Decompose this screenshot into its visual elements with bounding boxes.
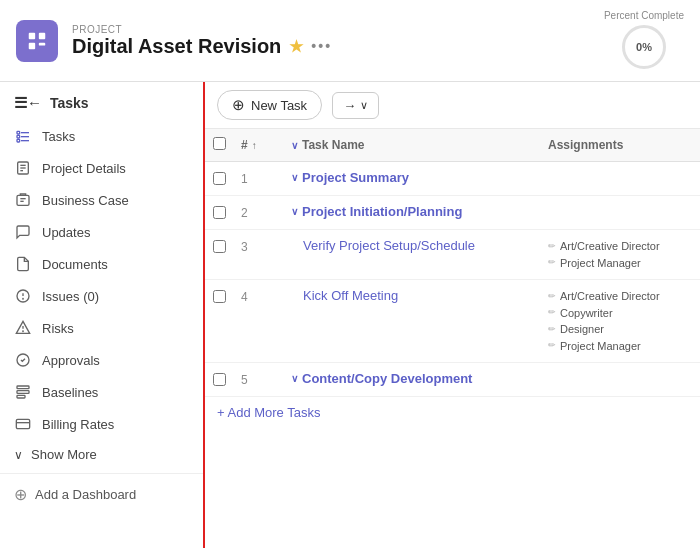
row2-assignments [540, 200, 700, 208]
th-task-name[interactable]: ∨ Task Name [283, 136, 540, 154]
row1-chevron: ∨ [291, 172, 298, 183]
percent-value: 0% [622, 25, 666, 69]
row4-task-name[interactable]: Kick Off Meeting [283, 284, 540, 307]
assignment-item: ✏ Copywriter [548, 305, 692, 322]
export-chevron: ∨ [360, 99, 368, 112]
assign-icon: ✏ [548, 339, 556, 353]
sidebar-item-billing-rates[interactable]: Billing Rates [0, 408, 203, 440]
sidebar-item-approvals[interactable]: Approvals [0, 344, 203, 376]
row5-name: Content/Copy Development [302, 371, 472, 386]
svg-point-22 [23, 331, 24, 332]
row3-check[interactable] [213, 240, 226, 253]
content-area: ⊕ New Task → ∨ # ↑ ∨ Task Nam [205, 82, 700, 548]
assign-name: Copywriter [560, 305, 613, 322]
table-row: 3 Verify Project Setup/Schedule ✏ Art/Cr… [205, 230, 700, 280]
assign-name: Art/Creative Director [560, 288, 660, 305]
baselines-label: Baselines [42, 385, 98, 400]
table-header: # ↑ ∨ Task Name Assignments [205, 129, 700, 162]
th-number-text: # [241, 138, 248, 152]
add-dashboard[interactable]: ⊕ Add a Dashboard [0, 478, 203, 511]
sidebar-item-business-case[interactable]: Business Case [0, 184, 203, 216]
business-case-label: Business Case [42, 193, 129, 208]
assign-icon: ✏ [548, 290, 556, 304]
th-checkbox [205, 135, 233, 155]
svg-rect-14 [17, 195, 29, 205]
main-layout: ☰← Tasks Tasks Project Details Business … [0, 82, 700, 548]
project-label: PROJECT [72, 24, 590, 35]
export-icon: → [343, 98, 356, 113]
row4-name: Kick Off Meeting [303, 288, 398, 303]
row2-chevron: ∨ [291, 206, 298, 217]
baselines-icon [14, 383, 32, 401]
add-more-tasks[interactable]: + Add More Tasks [205, 397, 700, 428]
row2-checkbox[interactable] [205, 200, 233, 223]
documents-icon [14, 255, 32, 273]
sidebar: ☰← Tasks Tasks Project Details Business … [0, 82, 205, 548]
documents-label: Documents [42, 257, 108, 272]
issues-icon [14, 287, 32, 305]
table-row: 1 ∨ Project Summary [205, 162, 700, 196]
row1-checkbox[interactable] [205, 166, 233, 189]
assign-icon: ✏ [548, 306, 556, 320]
row2-task-name[interactable]: ∨ Project Initiation/Planning [283, 200, 540, 223]
row1-check[interactable] [213, 172, 226, 185]
sidebar-item-risks[interactable]: Risks [0, 312, 203, 344]
row5-checkbox[interactable] [205, 367, 233, 390]
row4-checkbox[interactable] [205, 284, 233, 307]
row1-name: Project Summary [302, 170, 409, 185]
project-title: Digital Asset Revision ★ ••• [72, 35, 590, 58]
row3-assignments: ✏ Art/Creative Director ✏ Project Manage… [540, 234, 700, 275]
svg-rect-26 [17, 395, 25, 398]
sidebar-header-label: Tasks [50, 95, 89, 111]
sidebar-back-icon[interactable]: ☰← [14, 94, 42, 112]
sidebar-item-updates[interactable]: Updates [0, 216, 203, 248]
assignment-item: ✏ Art/Creative Director [548, 288, 692, 305]
row2-check[interactable] [213, 206, 226, 219]
sidebar-item-tasks[interactable]: Tasks [0, 120, 203, 152]
sidebar-item-issues[interactable]: Issues (0) [0, 280, 203, 312]
sidebar-item-documents[interactable]: Documents [0, 248, 203, 280]
th-number[interactable]: # ↑ [233, 136, 283, 154]
table-row: 4 Kick Off Meeting ✏ Art/Creative Direct… [205, 280, 700, 363]
th-assignments-text: Assignments [548, 138, 623, 152]
plus-circle-icon: ⊕ [232, 96, 245, 114]
assign-name: Art/Creative Director [560, 238, 660, 255]
new-task-button[interactable]: ⊕ New Task [217, 90, 322, 120]
sort-icon: ↑ [252, 140, 257, 151]
add-dashboard-label: Add a Dashboard [35, 487, 136, 502]
row5-check[interactable] [213, 373, 226, 386]
assign-icon: ✏ [548, 256, 556, 270]
project-icon-svg [26, 30, 48, 52]
row2-num: 2 [233, 200, 283, 224]
table-row: 5 ∨ Content/Copy Development [205, 363, 700, 397]
export-button[interactable]: → ∨ [332, 92, 379, 119]
row5-task-name[interactable]: ∨ Content/Copy Development [283, 367, 540, 390]
row1-task-name[interactable]: ∨ Project Summary [283, 166, 540, 189]
percent-label: Percent Complete [604, 10, 684, 21]
row1-assignments [540, 166, 700, 174]
business-case-icon [14, 191, 32, 209]
table-row: 2 ∨ Project Initiation/Planning [205, 196, 700, 230]
more-dots[interactable]: ••• [311, 38, 332, 54]
row2-name: Project Initiation/Planning [302, 204, 462, 219]
updates-icon [14, 223, 32, 241]
approvals-icon [14, 351, 32, 369]
show-more-label: Show More [31, 447, 97, 462]
row4-check[interactable] [213, 290, 226, 303]
row3-task-name[interactable]: Verify Project Setup/Schedule [283, 234, 540, 257]
select-all-checkbox[interactable] [213, 137, 226, 150]
svg-rect-1 [39, 32, 45, 38]
row3-checkbox[interactable] [205, 234, 233, 257]
star-icon[interactable]: ★ [289, 37, 303, 56]
approvals-label: Approvals [42, 353, 100, 368]
svg-rect-8 [17, 139, 20, 142]
sidebar-item-baselines[interactable]: Baselines [0, 376, 203, 408]
show-more[interactable]: ∨ Show More [0, 440, 203, 469]
row1-num: 1 [233, 166, 283, 190]
svg-rect-4 [17, 131, 20, 134]
svg-rect-25 [17, 391, 29, 394]
sidebar-item-project-details[interactable]: Project Details [0, 152, 203, 184]
svg-rect-3 [39, 42, 45, 45]
header: PROJECT Digital Asset Revision ★ ••• Per… [0, 0, 700, 82]
new-task-label: New Task [251, 98, 307, 113]
